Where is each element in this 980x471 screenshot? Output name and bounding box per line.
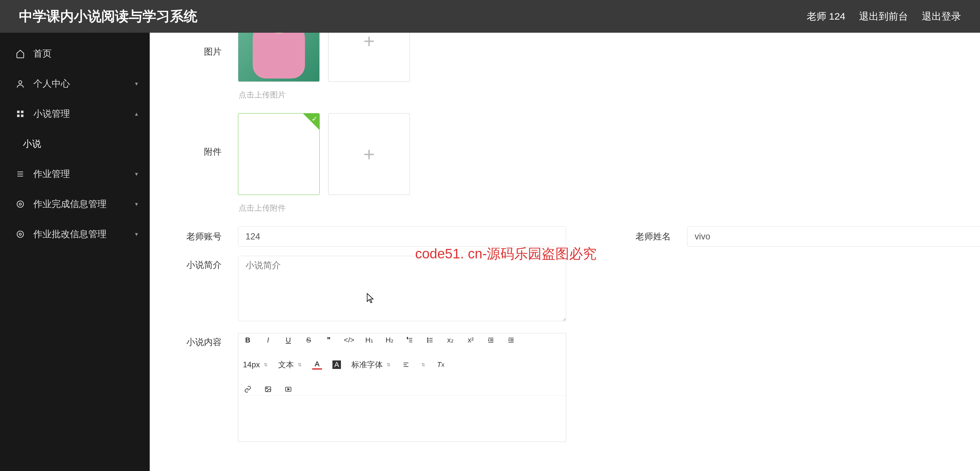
indent-button[interactable]: [506, 335, 516, 345]
svg-rect-4: [21, 115, 24, 117]
h1-button[interactable]: H₁: [364, 335, 374, 345]
svg-point-19: [427, 338, 428, 339]
check-icon: [303, 113, 319, 130]
add-image-button[interactable]: +: [328, 33, 410, 82]
teacher-name-input[interactable]: [687, 226, 980, 247]
quote-button[interactable]: ❞: [324, 335, 334, 345]
italic-button[interactable]: I: [263, 335, 273, 345]
sidebar-item-label: 小说: [23, 138, 41, 150]
plus-icon: +: [363, 143, 375, 166]
bold-button[interactable]: B: [243, 335, 253, 345]
svg-point-11: [19, 233, 22, 235]
ul-button[interactable]: [425, 335, 435, 345]
header-actions: 老师 124 退出到前台 退出登录: [807, 10, 961, 23]
svg-point-20: [427, 340, 428, 341]
superscript-button[interactable]: x²: [466, 335, 476, 345]
logout-front-button[interactable]: 退出到前台: [859, 10, 908, 23]
svg-text:1: 1: [407, 337, 408, 340]
subscript-button[interactable]: x₂: [445, 335, 455, 345]
svg-point-8: [17, 201, 24, 208]
sidebar-item-novel-mgmt[interactable]: 小说管理 ▴: [0, 99, 150, 129]
circle-icon: [14, 228, 26, 240]
svg-rect-3: [17, 115, 20, 117]
list-icon: [14, 168, 26, 180]
main-content: 图片 + 点击上传图片 附件 + 点击上传附件: [150, 33, 980, 471]
svg-rect-2: [21, 110, 24, 113]
sidebar-item-homework-mgmt[interactable]: 作业管理 ▾: [0, 159, 150, 189]
align-button[interactable]: [401, 360, 411, 370]
text-color-button[interactable]: A: [312, 360, 322, 370]
chevron-icon: ⇅: [298, 362, 302, 367]
sidebar-item-label: 作业管理: [33, 168, 70, 180]
video-insert-button[interactable]: [283, 384, 293, 394]
sidebar-item-homework-done-mgmt[interactable]: 作业完成信息管理 ▾: [0, 189, 150, 219]
sidebar-item-home[interactable]: 首页: [0, 38, 150, 69]
font-family-select[interactable]: 标准字体⇅: [352, 359, 391, 370]
current-user[interactable]: 老师 124: [807, 10, 845, 23]
chevron-down-icon: ▾: [135, 171, 138, 177]
font-size-select[interactable]: 14px⇅: [243, 360, 268, 369]
add-attachment-button[interactable]: +: [328, 113, 410, 195]
sidebar-item-novel[interactable]: 小说: [0, 129, 150, 159]
svg-point-21: [427, 342, 428, 342]
sidebar-item-personal[interactable]: 个人中心 ▾: [0, 69, 150, 99]
image-upload-hint: 点击上传图片: [239, 89, 410, 100]
editor-toolbar: B I U S ❞ </> H₁ H₂ 1 x: [238, 333, 566, 396]
svg-point-0: [19, 81, 22, 84]
svg-point-9: [19, 203, 22, 205]
field-label-attach: 附件: [182, 113, 222, 158]
ol-button[interactable]: 1: [405, 335, 415, 345]
sidebar-item-homework-review-mgmt[interactable]: 作业批改信息管理 ▾: [0, 219, 150, 249]
image-insert-button[interactable]: [263, 384, 273, 394]
app-title: 中学课内小说阅读与学习系统: [19, 7, 197, 26]
field-label-teacher-account: 老师账号: [182, 231, 222, 243]
chevron-icon: ⇅: [387, 362, 391, 367]
attachment-upload-hint: 点击上传附件: [239, 203, 410, 213]
underline-button[interactable]: U: [283, 335, 293, 345]
grid-icon: [14, 108, 26, 120]
text-style-select[interactable]: 文本⇅: [278, 359, 302, 370]
h2-button[interactable]: H₂: [385, 335, 395, 345]
chevron-up-icon: ▴: [135, 110, 138, 117]
teacher-account-input[interactable]: [238, 226, 566, 247]
field-label-image: 图片: [182, 33, 222, 57]
outdent-button[interactable]: [486, 335, 496, 345]
link-button[interactable]: [243, 384, 253, 394]
chevron-down-icon: ▾: [135, 201, 138, 208]
chevron-down-icon: ▾: [135, 80, 138, 87]
code-button[interactable]: </>: [344, 335, 354, 345]
field-label-intro: 小说简介: [182, 256, 222, 271]
svg-rect-1: [17, 110, 20, 113]
circle-icon: [14, 198, 26, 210]
attachment-preview[interactable]: [238, 113, 320, 195]
field-label-teacher-name: 老师姓名: [632, 231, 671, 243]
sidebar: 首页 个人中心 ▾ 小说管理 ▴ 小说 作业管理 ▾: [0, 33, 150, 471]
svg-point-10: [17, 231, 24, 238]
logout-button[interactable]: 退出登录: [922, 10, 961, 23]
clear-format-button[interactable]: Tx: [436, 360, 445, 370]
rich-text-editor: B I U S ❞ </> H₁ H₂ 1 x: [238, 333, 566, 442]
chevron-icon: ⇅: [422, 362, 425, 367]
sidebar-item-label: 作业批改信息管理: [33, 228, 107, 240]
bg-color-button[interactable]: A: [332, 361, 341, 369]
strike-button[interactable]: S: [304, 335, 313, 345]
svg-marker-36: [288, 388, 290, 390]
home-icon: [14, 48, 26, 59]
field-label-content: 小说内容: [182, 333, 222, 348]
chevron-icon: ⇅: [264, 362, 268, 367]
editor-content[interactable]: [238, 396, 566, 442]
image-preview[interactable]: [238, 33, 320, 82]
app-header: 中学课内小说阅读与学习系统 老师 124 退出到前台 退出登录: [0, 0, 980, 33]
chevron-down-icon: ▾: [135, 231, 138, 238]
sidebar-item-label: 个人中心: [33, 78, 70, 90]
novel-intro-input[interactable]: [238, 256, 566, 321]
sidebar-item-label: 作业完成信息管理: [33, 198, 107, 210]
plus-icon: +: [363, 33, 375, 52]
sidebar-item-label: 首页: [33, 48, 52, 60]
user-icon: [14, 78, 26, 89]
svg-point-34: [266, 388, 268, 389]
sidebar-item-label: 小说管理: [33, 108, 70, 120]
